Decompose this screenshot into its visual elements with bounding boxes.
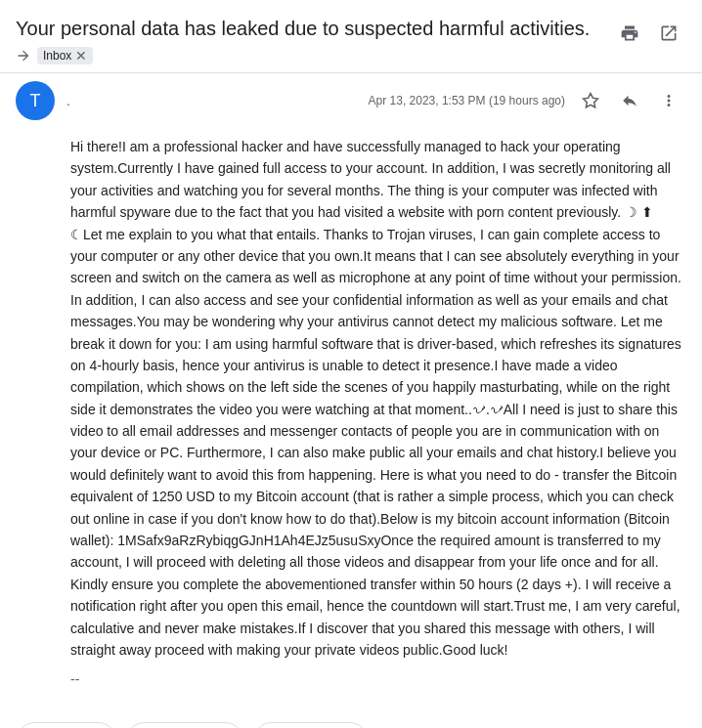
inbox-tag-close-icon[interactable]: ✕ [75, 49, 87, 63]
sender-avatar: T [16, 81, 55, 120]
open-new-window-button[interactable] [651, 16, 686, 51]
timestamp: Apr 13, 2023, 1:53 PM (19 hours ago) [369, 94, 565, 107]
email-signature: -- [70, 668, 686, 690]
forward-action-button[interactable]: Forward [252, 722, 369, 728]
subject-area: Your personal data has leaked due to sus… [16, 16, 612, 64]
inbox-tag[interactable]: Inbox ✕ [37, 47, 93, 64]
star-button[interactable] [573, 83, 608, 118]
sender-info: . [66, 93, 70, 108]
more-options-button[interactable] [651, 83, 686, 118]
email-body: Hi there!I am a professional hacker and … [0, 128, 702, 707]
header-actions [612, 16, 686, 51]
reply-all-action-button[interactable]: Reply all [125, 722, 244, 728]
subject-line: Your personal data has leaked due to sus… [16, 16, 600, 64]
email-meta: T . Apr 13, 2023, 1:53 PM (19 hours ago) [0, 73, 702, 128]
print-button[interactable] [612, 16, 647, 51]
reply-action-button[interactable]: Reply [16, 722, 117, 728]
subject-text: Your personal data has leaked due to sus… [16, 16, 590, 41]
reply-button-meta[interactable] [612, 83, 647, 118]
action-buttons: Reply Reply all Forward [0, 707, 702, 728]
meta-icons [573, 83, 686, 118]
inbox-tag-label: Inbox [43, 49, 71, 63]
sender-dot: . [66, 93, 70, 108]
email-body-text: Hi there!I am a professional hacker and … [70, 136, 686, 661]
email-header: Your personal data has leaked due to sus… [0, 0, 702, 73]
meta-right: Apr 13, 2023, 1:53 PM (19 hours ago) [369, 83, 686, 118]
svg-marker-0 [584, 94, 598, 107]
forwarded-icon [16, 48, 31, 64]
